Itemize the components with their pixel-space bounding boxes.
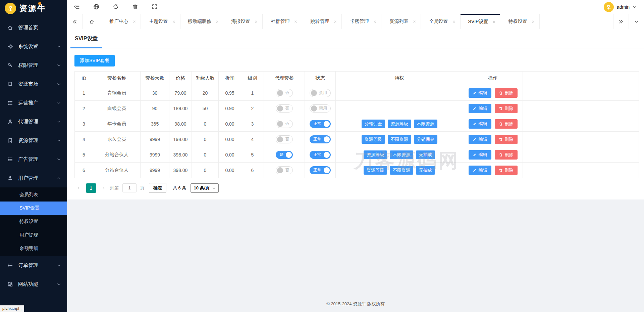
delete-button[interactable]: 删除	[495, 88, 518, 98]
trash-button[interactable]	[131, 3, 139, 11]
tab[interactable]: SVIP设置	[461, 14, 500, 29]
sidebar-subitem[interactable]: 特权设置	[0, 215, 67, 228]
delete-button[interactable]: 删除	[495, 166, 518, 175]
sidebar-subitem[interactable]: SVIP设置	[0, 202, 67, 215]
fullscreen-button[interactable]	[151, 3, 158, 11]
delete-button[interactable]: 删除	[495, 119, 518, 129]
tabs-menu-button[interactable]	[629, 14, 644, 29]
chevron-down-icon	[212, 186, 216, 190]
close-icon[interactable]	[373, 20, 376, 23]
edit-button[interactable]: 编辑	[469, 150, 491, 160]
cell-upgrade_users: 0	[192, 147, 219, 163]
cell-actions: 编辑删除	[463, 101, 523, 116]
sidebar-item[interactable]: 代理管理	[0, 112, 67, 131]
sidebar-item[interactable]: 管理首页	[0, 18, 67, 37]
column-header: 级别	[241, 72, 264, 85]
edit-button[interactable]: 编辑	[469, 119, 491, 129]
close-icon[interactable]	[532, 20, 535, 23]
bag-icon	[7, 138, 13, 143]
cell-id: 2	[75, 101, 93, 116]
tab[interactable]: 海报设置	[223, 14, 263, 29]
close-icon[interactable]	[172, 20, 175, 23]
prev-page-button[interactable]	[74, 184, 83, 192]
delete-button-label: 删除	[505, 152, 514, 158]
page-number-button[interactable]: 1	[86, 183, 96, 193]
trash-mini-icon	[499, 168, 503, 172]
agent-toggle[interactable]: 否	[276, 120, 293, 128]
jump-to-label: 到第	[110, 185, 119, 191]
sidebar-item[interactable]: 广告管理	[0, 150, 67, 169]
cell-name: 永久会员	[93, 132, 141, 147]
refresh-button[interactable]	[112, 3, 119, 11]
delete-button[interactable]: 删除	[495, 135, 518, 144]
close-icon[interactable]	[334, 20, 337, 23]
page-jump-input[interactable]	[122, 183, 137, 192]
cell-upgrade_users: 50	[192, 101, 219, 116]
sidebar-item[interactable]: 运营推广	[0, 93, 67, 112]
brand-name: 资源牛	[19, 3, 46, 14]
edit-button[interactable]: 编辑	[469, 135, 491, 144]
close-icon[interactable]	[413, 20, 416, 23]
agent-toggle[interactable]: 否	[276, 104, 293, 113]
tab[interactable]: 移动端装修	[180, 14, 223, 29]
status-toggle[interactable]: 正常	[310, 166, 331, 174]
sidebar-subitem[interactable]: 余额明细	[0, 242, 67, 255]
close-icon[interactable]	[294, 20, 297, 23]
tabs-scroll-left-button[interactable]	[67, 14, 83, 29]
tab[interactable]: 主题设置	[141, 14, 180, 29]
tab-home[interactable]	[83, 14, 101, 29]
status-toggle[interactable]: 正常	[310, 120, 331, 128]
close-icon[interactable]	[255, 20, 258, 23]
shrink-button[interactable]	[73, 3, 80, 11]
status-toggle[interactable]: 禁用	[310, 89, 331, 97]
tabs-scroll-right-button[interactable]	[613, 14, 629, 29]
sidebar-item[interactable]: 资源管理	[0, 131, 67, 150]
panel-title-tab[interactable]: SVIP设置	[70, 35, 102, 48]
edit-button-label: 编辑	[479, 167, 487, 173]
agent-toggle[interactable]: 否	[276, 135, 293, 143]
tab[interactable]: 推广中心	[101, 14, 141, 29]
user-menu[interactable]: admin	[604, 2, 637, 12]
cell-name: 分站合伙人	[93, 163, 141, 178]
logo[interactable]: 资源牛	[0, 0, 67, 17]
next-page-button[interactable]	[100, 184, 108, 192]
close-icon[interactable]	[492, 20, 495, 24]
tab[interactable]: 跳转管理	[302, 14, 342, 29]
add-svip-package-button[interactable]: 添加SVIP套餐	[74, 55, 115, 66]
status-toggle[interactable]: 禁用	[310, 104, 331, 113]
sidebar-item[interactable]: 系统设置	[0, 37, 67, 56]
privilege-badge: 不限资源	[414, 120, 437, 128]
status-toggle[interactable]: 正常	[310, 135, 331, 143]
edit-button[interactable]: 编辑	[469, 88, 491, 98]
page-size-select[interactable]: 10 条/页	[191, 183, 219, 193]
close-icon[interactable]	[133, 20, 136, 23]
confirm-page-button[interactable]: 确定	[149, 183, 166, 193]
tab[interactable]: 特权设置	[500, 14, 540, 29]
sidebar-item[interactable]: 资源市场	[0, 75, 67, 93]
sidebar-item[interactable]: 网站功能	[0, 275, 67, 294]
agent-toggle-knob	[277, 167, 283, 173]
cell-level: 3	[241, 116, 264, 132]
sidebar-item[interactable]: 订单管理	[0, 256, 67, 275]
sidebar-item[interactable]: 用户管理	[0, 169, 67, 187]
close-icon[interactable]	[452, 20, 455, 23]
avatar	[604, 2, 614, 12]
close-icon[interactable]	[216, 20, 219, 23]
agent-toggle[interactable]: 否	[276, 166, 293, 174]
sidebar-subitem[interactable]: 会员列表	[0, 188, 67, 202]
tab[interactable]: 社群管理	[263, 14, 302, 29]
edit-button[interactable]: 编辑	[469, 104, 491, 113]
table-row: 1青铜会员3079.00200.951否禁用编辑删除	[75, 85, 639, 101]
globe-button[interactable]	[93, 3, 100, 11]
tab[interactable]: 全局设置	[421, 14, 461, 29]
sidebar-item[interactable]: 权限管理	[0, 56, 67, 75]
delete-button[interactable]: 删除	[495, 104, 518, 113]
agent-toggle[interactable]: 否	[276, 89, 293, 97]
status-toggle[interactable]: 正常	[310, 151, 331, 159]
tab[interactable]: 资源列表	[381, 14, 421, 29]
delete-button[interactable]: 删除	[495, 150, 518, 160]
sidebar-subitem[interactable]: 用户提现	[0, 228, 67, 242]
tab[interactable]: 卡密管理	[342, 14, 381, 29]
agent-toggle[interactable]: 是	[276, 151, 293, 159]
edit-button[interactable]: 编辑	[469, 166, 491, 175]
